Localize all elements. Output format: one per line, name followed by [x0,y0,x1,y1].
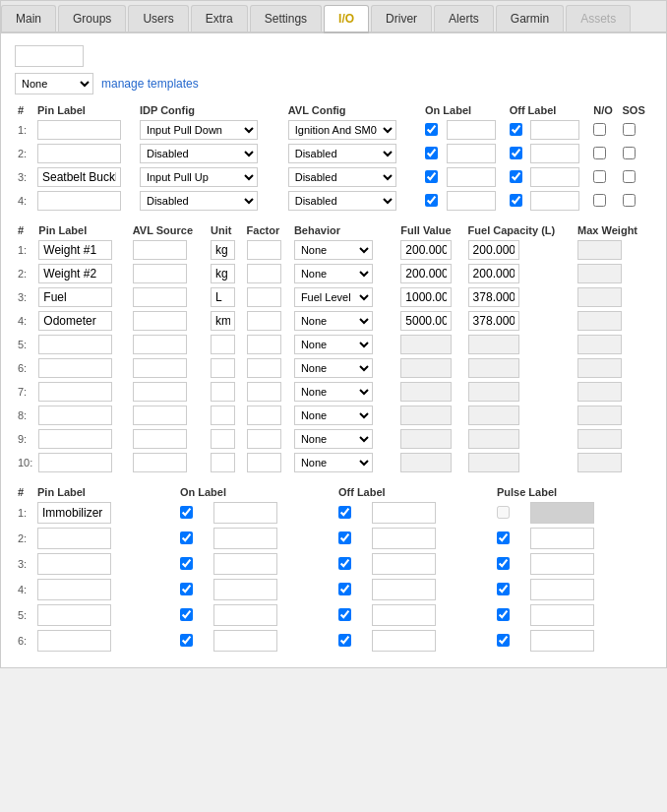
sensor-label-input-3[interactable] [38,311,112,331]
sensor-fullval-input-3[interactable] [400,311,452,331]
out-pulse-checkbox-3[interactable] [497,583,510,595]
dpin-idp-select-2[interactable]: Input Pull Down Disabled Input Pull Up [140,167,258,187]
dpin-sos-checkbox-3[interactable] [623,194,636,207]
sensor-unit-input-1[interactable] [211,264,235,283]
tab-extra[interactable]: Extra [191,5,248,31]
out-on-input-2[interactable] [213,553,277,575]
sensor-avl-input-8[interactable] [133,429,187,449]
sensor-maxweight-input-0[interactable] [577,240,622,260]
sensor-behavior-select-9[interactable]: None Fuel Level [294,453,373,472]
sensor-fullval-input-0[interactable] [400,240,452,260]
dpin-idp-select-0[interactable]: Input Pull Down Disabled Input Pull Up [140,120,258,140]
mapping-select[interactable]: None [15,73,93,94]
out-off-input-3[interactable] [372,579,436,600]
sensor-label-input-4[interactable] [38,335,112,354]
dpin-off-checkbox-0[interactable] [510,123,522,136]
tab-io[interactable]: I/O [324,5,369,33]
sensor-factor-input-6[interactable] [247,382,281,402]
sensor-fuelcap-input-6[interactable] [468,382,519,402]
out-off-checkbox-1[interactable] [338,531,351,544]
tab-garmin[interactable]: Garmin [496,5,564,31]
out-off-checkbox-2[interactable] [338,557,351,570]
sensor-fuelcap-input-0[interactable] [468,240,519,260]
manage-templates-link[interactable]: manage templates [101,77,199,91]
out-pulse-input-1[interactable] [530,528,594,549]
out-off-input-5[interactable] [372,630,436,652]
sensor-avl-input-7[interactable] [133,406,187,425]
out-off-checkbox-3[interactable] [338,583,351,595]
out-label-input-0[interactable] [37,502,111,524]
dpin-label-input-3[interactable] [37,191,121,211]
sensor-fuelcap-input-4[interactable] [468,335,519,354]
sensor-unit-input-7[interactable] [211,406,235,425]
sensor-factor-input-7[interactable] [247,406,281,425]
sensor-behavior-select-6[interactable]: None Fuel Level [294,382,373,402]
sensor-fullval-input-9[interactable] [400,453,452,472]
dpin-avl-select-3[interactable]: Ignition And SM0 Disabled Fuel Level [288,191,396,211]
sensor-factor-input-9[interactable] [247,453,281,472]
sensor-maxweight-input-2[interactable] [577,287,622,307]
out-pulse-checkbox-1[interactable] [497,531,510,544]
out-pulse-checkbox-2[interactable] [497,557,510,570]
sensor-unit-input-4[interactable] [211,335,235,354]
dpin-off-checkbox-1[interactable] [510,147,522,159]
sensor-unit-input-0[interactable] [211,240,235,260]
sensor-label-input-8[interactable] [38,429,112,449]
sensor-behavior-select-4[interactable]: None Fuel Level [294,335,373,354]
out-off-checkbox-5[interactable] [338,634,351,647]
tab-users[interactable]: Users [128,5,188,31]
sensor-fullval-input-5[interactable] [400,358,452,378]
sensor-fullval-input-6[interactable] [400,382,452,402]
sensor-maxweight-input-5[interactable] [577,358,622,378]
sensor-fullval-input-4[interactable] [400,335,452,354]
sensor-avl-input-3[interactable] [133,311,187,331]
out-pulse-input-4[interactable] [530,604,594,626]
dpin-on-input-1[interactable] [447,144,496,163]
sensor-maxweight-input-6[interactable] [577,382,622,402]
sensor-avl-input-4[interactable] [133,335,187,354]
analog-tolerance-input[interactable] [15,45,84,67]
out-label-input-1[interactable] [37,528,111,549]
sensor-maxweight-input-3[interactable] [577,311,622,331]
out-on-input-3[interactable] [213,579,277,600]
out-on-checkbox-4[interactable] [180,608,193,621]
sensor-avl-input-2[interactable] [133,287,187,307]
sensor-factor-input-2[interactable] [247,287,281,307]
sensor-fuelcap-input-7[interactable] [468,406,519,425]
out-pulse-checkbox-4[interactable] [497,608,510,621]
out-off-checkbox-0[interactable] [338,506,351,519]
dpin-off-checkbox-3[interactable] [510,194,522,207]
sensor-label-input-9[interactable] [38,453,112,472]
sensor-behavior-select-2[interactable]: None Fuel Level [294,287,373,307]
sensor-fuelcap-input-5[interactable] [468,358,519,378]
dpin-idp-select-1[interactable]: Input Pull Down Disabled Input Pull Up [140,144,258,163]
sensor-unit-input-5[interactable] [211,358,235,378]
out-pulse-input-3[interactable] [530,579,594,600]
sensor-fuelcap-input-9[interactable] [468,453,519,472]
dpin-label-input-2[interactable] [37,167,121,187]
dpin-off-input-2[interactable] [530,167,579,187]
out-off-checkbox-4[interactable] [338,608,351,621]
out-off-input-0[interactable] [372,502,436,524]
sensor-factor-input-5[interactable] [247,358,281,378]
sensor-fuelcap-input-3[interactable] [468,311,519,331]
sensor-label-input-1[interactable] [38,264,112,283]
out-label-input-5[interactable] [37,630,111,652]
dpin-no-checkbox-0[interactable] [593,123,606,136]
out-off-input-2[interactable] [372,553,436,575]
dpin-on-input-0[interactable] [447,120,496,140]
tab-alerts[interactable]: Alerts [434,5,494,31]
out-on-input-1[interactable] [213,528,277,549]
dpin-sos-checkbox-1[interactable] [623,147,636,159]
sensor-factor-input-3[interactable] [247,311,281,331]
sensor-factor-input-0[interactable] [247,240,281,260]
dpin-label-input-0[interactable] [37,120,121,140]
sensor-behavior-select-7[interactable]: None Fuel Level [294,406,373,425]
dpin-on-checkbox-2[interactable] [425,170,438,183]
sensor-fullval-input-7[interactable] [400,406,452,425]
sensor-fuelcap-input-2[interactable] [468,287,519,307]
sensor-avl-input-1[interactable] [133,264,187,283]
sensor-fullval-input-1[interactable] [400,264,452,283]
sensor-behavior-select-8[interactable]: None Fuel Level [294,429,373,449]
sensor-unit-input-2[interactable] [211,287,235,307]
